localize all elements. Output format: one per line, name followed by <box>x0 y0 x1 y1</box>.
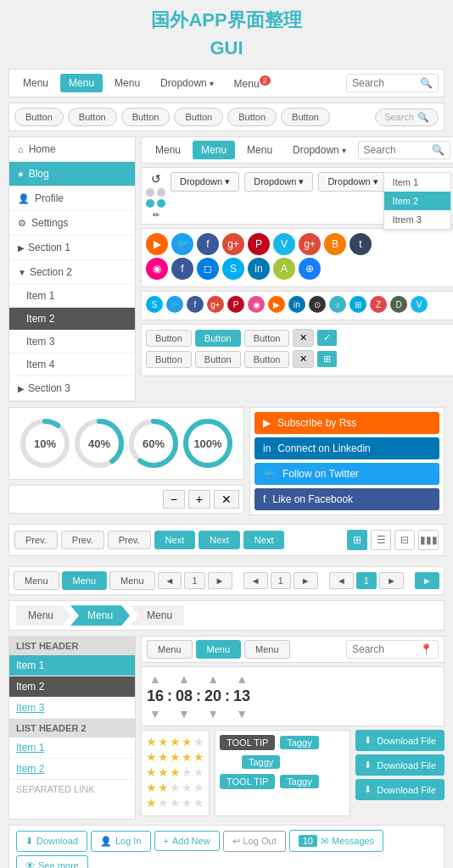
subscribe-twitter[interactable]: 🐦 Follow on Twitter <box>254 463 439 485</box>
list-item-4[interactable]: Item 1 <box>9 737 135 759</box>
tag-3[interactable]: Taggy <box>280 775 318 788</box>
frames-up[interactable]: ▲ <box>236 672 248 686</box>
btn-1[interactable]: Button <box>14 108 64 126</box>
radio-2[interactable] <box>157 188 165 197</box>
sidebar-item-profile[interactable]: 👤 Profile <box>9 186 135 211</box>
download-btn-1[interactable]: ⬇ Download File <box>355 730 445 751</box>
flickr-icon-1[interactable]: ◉ <box>146 258 168 280</box>
radio-1[interactable] <box>146 188 154 197</box>
btn-2[interactable]: Button <box>68 108 117 126</box>
page-num-2[interactable]: 1 <box>271 572 291 589</box>
page-left-1[interactable]: ◄ <box>158 572 182 589</box>
grid-view-icon[interactable]: ⊞ <box>347 530 367 550</box>
act-addnew-1[interactable]: + Add New <box>154 831 220 851</box>
sidebar-item-home[interactable]: ⌂ Home <box>9 137 135 162</box>
sidebar-section-2[interactable]: ▼ Section 2 <box>9 260 135 285</box>
music-icon-1[interactable]: ♪ <box>329 296 346 313</box>
next-btn-3[interactable]: Next <box>243 531 285 549</box>
panel-btn-5[interactable]: Button <box>195 351 241 368</box>
radio-active-2[interactable] <box>157 199 165 208</box>
tooltip-2[interactable]: TOOL TIP <box>220 774 275 789</box>
stepper-minus[interactable]: − <box>163 490 185 509</box>
btn-6[interactable]: Button <box>281 108 330 126</box>
facebook-icon-2[interactable]: f <box>171 258 193 280</box>
list-view-icon[interactable]: ☰ <box>371 530 391 550</box>
rss-icon-1[interactable]: ▶ <box>146 233 168 255</box>
dropdown-btn-3[interactable]: Dropdown ▾ <box>318 172 387 192</box>
stepper-plus[interactable]: + <box>188 490 210 509</box>
dropdown-item-3[interactable]: Itrem 3 <box>384 210 450 229</box>
grid-btn-1[interactable]: ⊞ <box>317 351 337 367</box>
facebook-icon-1[interactable]: f <box>197 233 219 255</box>
sidebar-section-1[interactable]: ▶ Section 1 <box>9 236 135 260</box>
menu-tab-3[interactable]: Menu <box>109 571 155 590</box>
btn-3[interactable]: Button <box>121 108 171 126</box>
tag-1[interactable]: Taggy <box>280 736 318 749</box>
appstore-icon-1[interactable]: ⊕ <box>299 258 321 280</box>
page-right-1[interactable]: ► <box>208 572 232 589</box>
close-btn-1[interactable]: ✕ <box>293 329 314 347</box>
check-btn-1[interactable]: ✓ <box>317 330 337 346</box>
frames-down[interactable]: ▼ <box>236 707 248 721</box>
stepper-close[interactable]: ✕ <box>214 490 239 509</box>
panel-btn-2[interactable]: Button <box>195 330 241 347</box>
rss-icon-2[interactable]: ▶ <box>268 296 285 313</box>
gplus-icon-3[interactable]: g+ <box>207 296 224 313</box>
next-btn-2[interactable]: Next <box>199 531 240 549</box>
close-btn-2[interactable]: ✕ <box>293 350 314 368</box>
windows-icon-1[interactable]: ⊞ <box>350 296 366 313</box>
prev-btn-2[interactable]: Prev. <box>61 531 104 549</box>
prev-btn-1[interactable]: Prev. <box>14 531 58 549</box>
search-input-1[interactable] <box>352 77 420 89</box>
nav-menu-2[interactable]: Menu <box>60 74 103 92</box>
zoomit-icon-1[interactable]: Z <box>370 296 387 313</box>
seconds-up[interactable]: ▲ <box>207 672 219 686</box>
github-icon-1[interactable]: ⊙ <box>309 296 326 313</box>
download-btn-3[interactable]: ⬇ Download File <box>355 779 445 800</box>
nav-menu-1[interactable]: Menu <box>14 74 57 92</box>
dropbox-icon-1[interactable]: ◻ <box>197 258 219 280</box>
radio-active-1[interactable] <box>146 199 154 208</box>
list-item-5[interactable]: Item 2 <box>9 759 135 780</box>
nav-menu-5[interactable]: Menu2 <box>226 73 279 93</box>
btn-5[interactable]: Button <box>227 108 277 126</box>
act-download-1[interactable]: ⬇ Download <box>16 831 87 852</box>
edit-icon[interactable]: ✏ <box>153 210 159 220</box>
linkedin-icon-2[interactable]: in <box>288 296 305 313</box>
dropdown-item-2[interactable]: Item 2 <box>384 192 450 210</box>
prev-btn-3[interactable]: Prev. <box>108 531 151 549</box>
panel-btn-3[interactable]: Button <box>244 330 290 347</box>
act-login-1[interactable]: 👤 Log In <box>91 831 151 852</box>
arrow-menu-2[interactable]: Menu <box>70 605 130 626</box>
rp-nav-2[interactable]: Menu <box>193 141 235 159</box>
page-num-3[interactable]: 1 <box>356 572 377 589</box>
twitter-icon-1[interactable]: 🐦 <box>171 233 193 255</box>
vimeo-icon-1[interactable]: V <box>273 233 295 255</box>
sidebar-child-item4[interactable]: Item 4 <box>9 353 135 376</box>
download-btn-2[interactable]: ⬇ Download File <box>355 754 445 776</box>
sidebar-item-blog[interactable]: ● Blog <box>9 162 135 186</box>
nav-dropdown-1[interactable]: Dropdown <box>152 74 221 92</box>
arrow-menu-1[interactable]: Menu <box>16 605 70 626</box>
menu-tab-2[interactable]: Menu <box>62 571 108 590</box>
toggle-icon-1[interactable]: ↺ <box>151 172 161 186</box>
sidebar-section-3[interactable]: ▶ Section 3 <box>9 376 135 401</box>
dropdown-btn-1[interactable]: Dropdown ▾ <box>171 172 239 192</box>
next-btn-1[interactable]: Next <box>154 531 196 549</box>
linkedin-icon-1[interactable]: in <box>248 258 270 280</box>
page-num-1[interactable]: 1 <box>184 572 204 589</box>
act-seemore-1[interactable]: 👁 See more <box>16 855 88 868</box>
barcode-view-icon[interactable]: ▮▮▮ <box>418 530 439 550</box>
minutes-down[interactable]: ▼ <box>178 707 190 721</box>
nav-menu-3[interactable]: Menu <box>106 74 148 92</box>
tumblr-icon-1[interactable]: t <box>350 233 372 255</box>
dropdown-btn-2[interactable]: Dropdown ▾ <box>244 172 313 192</box>
pinterest-icon-2[interactable]: P <box>227 296 244 313</box>
facebook-icon-3[interactable]: f <box>187 296 204 313</box>
hours-up[interactable]: ▲ <box>149 672 161 686</box>
gplus-icon-2[interactable]: g+ <box>299 233 321 255</box>
dribbble-icon-1[interactable]: ◉ <box>248 296 265 313</box>
dropdown-item-1[interactable]: Item 1 <box>384 173 450 192</box>
btn-4[interactable]: Button <box>174 108 223 126</box>
panel-btn-4[interactable]: Button <box>146 351 192 368</box>
